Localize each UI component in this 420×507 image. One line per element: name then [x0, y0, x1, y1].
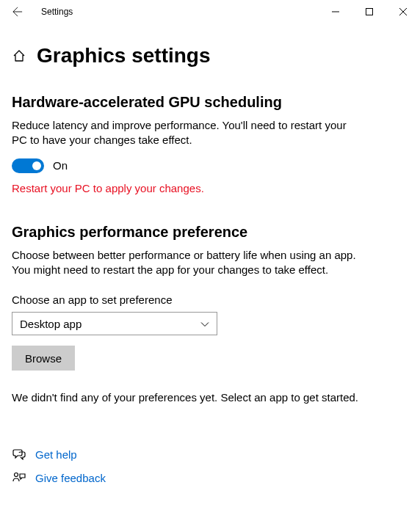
gpu-scheduling-toggle[interactable]: [12, 158, 44, 173]
toggle-row: On: [12, 158, 408, 173]
maximize-icon: [366, 8, 373, 15]
close-button[interactable]: [386, 0, 420, 23]
home-icon: [12, 49, 26, 62]
toggle-state-label: On: [53, 159, 68, 172]
restart-warning: Restart your PC to apply your changes.: [12, 182, 408, 194]
section-heading: Hardware-accelerated GPU scheduling: [12, 94, 408, 111]
back-button[interactable]: [6, 0, 29, 23]
section-performance-preference: Graphics performance preference Choose b…: [12, 224, 408, 404]
window-controls: [319, 0, 420, 23]
home-button[interactable]: [12, 48, 26, 63]
section-gpu-scheduling: Hardware-accelerated GPU scheduling Redu…: [12, 94, 408, 194]
app-type-dropdown[interactable]: Desktop app: [12, 312, 217, 335]
toggle-knob: [32, 161, 41, 170]
give-feedback-row: Give feedback: [12, 471, 408, 484]
page-title: Graphics settings: [37, 44, 211, 68]
content-area: Graphics settings Hardware-accelerated G…: [0, 23, 420, 484]
minimize-icon: [332, 8, 339, 15]
dropdown-label: Choose an app to set preference: [12, 293, 408, 306]
dropdown-value: Desktop app: [20, 318, 82, 330]
feedback-icon: [12, 471, 26, 484]
arrow-left-icon: [12, 7, 23, 17]
give-feedback-link[interactable]: Give feedback: [35, 472, 106, 484]
footer-links: Get help Give feedback: [12, 448, 408, 484]
browse-button-label: Browse: [25, 352, 62, 365]
section-description: Reduce latency and improve performance. …: [12, 118, 364, 148]
chevron-down-icon: [200, 318, 209, 330]
minimize-button[interactable]: [319, 0, 352, 23]
section-description: Choose between better performance or bat…: [12, 248, 364, 278]
svg-point-4: [15, 473, 18, 477]
chat-icon: [12, 448, 26, 461]
maximize-button[interactable]: [352, 0, 386, 23]
close-icon: [399, 8, 407, 15]
page-header: Graphics settings: [12, 44, 408, 68]
browse-button[interactable]: Browse: [12, 346, 75, 371]
titlebar-label: Settings: [41, 7, 73, 17]
titlebar: Settings: [0, 0, 420, 23]
section-heading: Graphics performance preference: [12, 224, 408, 241]
get-help-link[interactable]: Get help: [35, 448, 77, 461]
svg-rect-1: [366, 9, 373, 15]
empty-preferences-message: We didn't find any of your preferences y…: [12, 391, 408, 404]
get-help-row: Get help: [12, 448, 408, 461]
